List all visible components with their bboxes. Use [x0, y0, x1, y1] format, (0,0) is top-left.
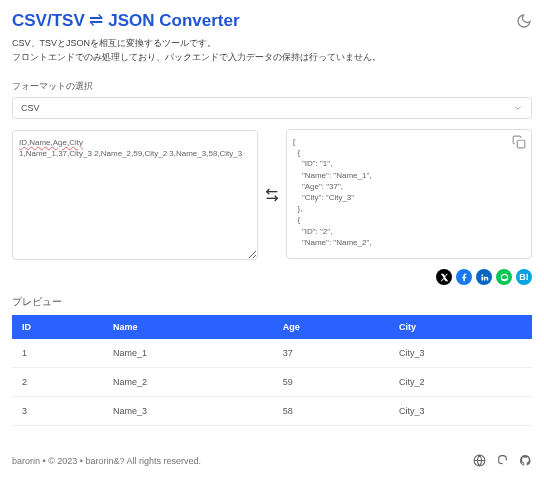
table-cell: 3 [12, 397, 103, 426]
footer-text: barorin • © 2023 • barorin&? All rights … [12, 456, 201, 466]
mastodon-icon[interactable] [496, 454, 509, 467]
description: CSV、TSVとJSONを相互に変換するツールです。 フロントエンドでのみ処理し… [12, 37, 532, 64]
swap-button[interactable] [264, 187, 280, 203]
table-cell: Name_1 [103, 339, 273, 368]
converter-row: ID,Name,Age,City1,Name_1,37,City_3 2,Nam… [12, 129, 532, 261]
swap-icon: ⇌ [89, 11, 103, 30]
share-line-button[interactable] [496, 269, 512, 285]
chevron-down-icon [513, 103, 523, 113]
input-pane: ID,Name,Age,City1,Name_1,37,City_3 2,Nam… [12, 130, 258, 260]
preview-table: IDNameAgeCity 1Name_137City_32Name_259Ci… [12, 315, 532, 426]
table-cell: City_3 [389, 339, 532, 368]
share-hatena-button[interactable]: B! [516, 269, 532, 285]
table-cell: Name_3 [103, 397, 273, 426]
header: CSV/TSV ⇌ JSON Converter [12, 10, 532, 31]
table-header: Age [273, 315, 389, 339]
globe-icon[interactable] [473, 454, 486, 467]
dark-mode-toggle[interactable] [516, 13, 532, 29]
table-row: 3Name_358City_3 [12, 397, 532, 426]
title-right: JSON Converter [108, 11, 239, 30]
github-icon[interactable] [519, 454, 532, 467]
desc-line-2: フロントエンドでのみ処理しており、バックエンドで入力データの保持は行っていません… [12, 51, 532, 65]
copy-button[interactable] [512, 135, 526, 149]
table-row: 1Name_137City_3 [12, 339, 532, 368]
desc-line-1: CSV、TSVとJSONを相互に変換するツールです。 [12, 37, 532, 51]
table-header: City [389, 315, 532, 339]
title-left: CSV/TSV [12, 11, 85, 30]
table-header: ID [12, 315, 103, 339]
app-title: CSV/TSV ⇌ JSON Converter [12, 10, 240, 31]
table-cell: City_2 [389, 368, 532, 397]
svg-point-2 [501, 275, 506, 279]
format-selected: CSV [21, 103, 40, 113]
table-cell: 37 [273, 339, 389, 368]
format-select[interactable]: CSV [12, 97, 532, 119]
input-textarea[interactable]: ID,Name,Age,City1,Name_1,37,City_3 2,Nam… [12, 130, 258, 260]
social-share: B! [12, 269, 532, 285]
format-label: フォーマットの選択 [12, 80, 532, 93]
table-header: Name [103, 315, 273, 339]
output-pane [286, 129, 532, 261]
table-cell: 1 [12, 339, 103, 368]
input-header-line: ID,Name,Age,City [19, 138, 83, 147]
share-x-button[interactable] [436, 269, 452, 285]
svg-rect-0 [517, 140, 525, 148]
input-rest: 1,Name_1,37,City_3 2,Name_2,59,City_2 3,… [19, 149, 242, 158]
table-cell: City_3 [389, 397, 532, 426]
table-cell: Name_2 [103, 368, 273, 397]
share-facebook-button[interactable] [456, 269, 472, 285]
table-row: 2Name_259City_2 [12, 368, 532, 397]
table-cell: 2 [12, 368, 103, 397]
footer: barorin • © 2023 • barorin&? All rights … [12, 446, 532, 467]
table-cell: 58 [273, 397, 389, 426]
share-linkedin-button[interactable] [476, 269, 492, 285]
preview-label: プレビュー [12, 295, 532, 309]
footer-icons [473, 454, 532, 467]
table-cell: 59 [273, 368, 389, 397]
output-textarea[interactable] [286, 129, 532, 259]
